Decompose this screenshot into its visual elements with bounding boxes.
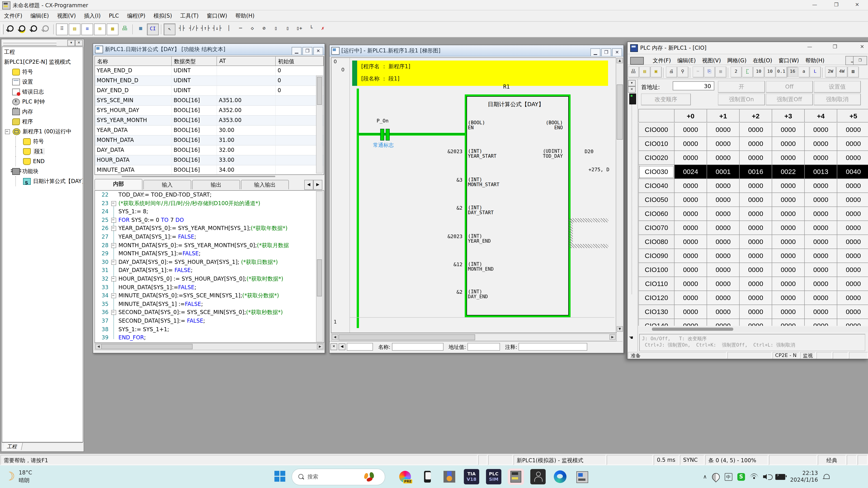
table-row[interactable]: MONTH_END_DUDINT0 — [95, 76, 324, 86]
memory-cell[interactable]: 0000 — [805, 235, 837, 249]
tree-item-符号[interactable]: 符号 — [2, 67, 83, 77]
memory-cell[interactable]: 0000 — [837, 319, 868, 326]
decimal-icon[interactable]: 10 — [753, 66, 764, 77]
memory-minimize-button[interactable]: — — [800, 42, 819, 52]
memory-cell[interactable]: 0000 — [772, 319, 805, 326]
memory-cell[interactable]: 0000 — [707, 277, 740, 291]
preview-icon[interactable]: ⚲ — [677, 66, 688, 77]
contact-p-on[interactable] — [380, 129, 384, 140]
fb-window-titlebar[interactable]: 新PLC1.日期计算公式【DAY】 [功能块 结构文本] ▁❐✕ — [93, 44, 324, 55]
ladder-close-button[interactable]: ✕ — [612, 48, 622, 57]
grid-row-CIO130[interactable]: CIO130000000000000000000000000 — [638, 305, 868, 319]
contact-falling-icon[interactable]: ┤↓├ — [212, 24, 222, 34]
battery-icon[interactable] — [775, 474, 785, 480]
memory-cell[interactable]: 0000 — [772, 207, 805, 221]
table-row[interactable]: HOUR_DATABOOL[16]33.00 — [95, 156, 324, 165]
tree-item-END[interactable]: END — [2, 156, 83, 166]
memory-doc-restore[interactable]: ❐ — [853, 56, 867, 65]
vertical-line-icon[interactable]: │ — [223, 24, 234, 34]
memory-cell[interactable]: 0000 — [675, 193, 707, 207]
code-line-22[interactable]: 22TOD_DAY:= TOD_END-TOD_START; — [95, 191, 324, 199]
volume-icon[interactable] — [763, 474, 770, 480]
comment-field[interactable] — [519, 343, 587, 351]
memory-cell[interactable]: 0000 — [707, 179, 740, 193]
memory-menu-帮助(H)[interactable]: 帮助(H) — [802, 56, 828, 66]
column-header-初始值[interactable]: 初始值 — [276, 57, 324, 66]
code-line-23[interactable]: 23(*获取系统时间年/月/日/时/分/秒存储到D100开始的通道*) — [95, 199, 324, 207]
fold-toggle[interactable] — [111, 310, 116, 315]
menu-视图(V)[interactable]: 视图(V) — [53, 10, 80, 22]
memory-cell[interactable]: 0000 — [772, 235, 805, 249]
contact-rising-icon[interactable]: ┤↑├ — [200, 24, 211, 34]
memory-cell[interactable]: 0000 — [772, 193, 805, 207]
memory-cell[interactable]: 0000 — [675, 263, 707, 277]
new-closed-coil-icon[interactable]: ⊘ — [258, 24, 270, 34]
new-closed-contact-icon[interactable]: ┤/├ — [188, 24, 199, 34]
code-line-33[interactable]: 33HOUR_DATA[SYS_1]:=FALSE; — [95, 283, 324, 291]
memory-cell[interactable]: 0000 — [707, 235, 740, 249]
memory-cell[interactable]: 0000 — [772, 137, 805, 151]
memory-titlebar[interactable]: PLC 内存 - 新PLC1 - [CIO] — ❐ ✕ — [627, 42, 868, 54]
menu-帮助(H)[interactable]: 帮助(H) — [231, 10, 258, 22]
fb-st-code-editor[interactable]: 22TOD_DAY:= TOD_END-TOD_START;23(*获取系统时间… — [94, 190, 324, 343]
on-button[interactable]: 开 — [718, 81, 765, 93]
memory-cell[interactable]: 0000 — [805, 277, 837, 291]
fold-toggle[interactable] — [111, 293, 116, 298]
panel-close-button[interactable]: ✕ — [628, 86, 636, 93]
tree-root[interactable]: 工程 — [2, 47, 83, 57]
field-prev-button[interactable]: ◀ — [339, 344, 345, 350]
fb-code-scrollbar[interactable] — [316, 191, 323, 342]
two-word-icon[interactable]: 2W — [825, 66, 836, 77]
wifi-icon[interactable] — [750, 474, 758, 480]
horizontal-line-icon[interactable]: ─ — [235, 24, 246, 34]
code-line-31[interactable]: 31DAY_DATA[SYS_1]:= FALSE; — [95, 266, 324, 275]
tree-item-PLC 时钟[interactable]: PLC 时钟 — [2, 97, 83, 107]
ime-indicator[interactable]: 中 — [725, 473, 733, 481]
symbol-table-icon[interactable]: ▤ — [69, 24, 81, 35]
memory-cell[interactable]: 0000 — [707, 137, 740, 151]
code-line-28[interactable]: 28MONTH_DATA[SYS_0]:= SYS_YEAR_MONTH[SYS… — [95, 241, 324, 250]
medal-icon[interactable] — [441, 468, 458, 485]
memory-cell[interactable]: 0000 — [772, 179, 805, 193]
drag-handle[interactable] — [3, 41, 57, 43]
memory-close-button[interactable]: ✕ — [852, 42, 868, 52]
four-word-icon[interactable]: 4W — [836, 66, 847, 77]
code-line-39[interactable]: 39END_FOR; — [95, 333, 324, 342]
instruction-box2-icon[interactable]: ▯ — [282, 24, 293, 34]
memory-cell[interactable]: 0000 — [837, 277, 868, 291]
memory-cell[interactable]: 0000 — [740, 277, 772, 291]
memory-cell[interactable]: 0000 — [805, 179, 837, 193]
memory-cell[interactable]: 0000 — [740, 235, 772, 249]
menu-工具(T)[interactable]: 工具(T) — [176, 10, 203, 22]
memory-cell[interactable]: 0000 — [772, 249, 805, 263]
memory-cell[interactable]: 0000 — [837, 263, 868, 277]
notification-bell-icon[interactable] — [823, 473, 830, 480]
address-reference-icon[interactable]: ≡ — [81, 24, 93, 35]
menu-插入(I)[interactable]: 插入(I) — [80, 10, 105, 22]
fb-horizontal-scrollbar[interactable]: ◀▶ — [94, 343, 324, 350]
memory-cell[interactable]: 0000 — [805, 151, 837, 165]
memory-cell[interactable]: 0000 — [772, 277, 805, 291]
menu-文件(F)[interactable]: 文件(F) — [0, 10, 26, 22]
ladder-restore-button[interactable]: ❐ — [601, 48, 611, 57]
tab-project[interactable]: 工程 — [3, 443, 23, 450]
memory-cell[interactable]: 0000 — [707, 207, 740, 221]
phone-link-icon[interactable] — [419, 468, 435, 485]
off-button[interactable]: Off — [766, 81, 813, 93]
memory-cell[interactable]: 0000 — [707, 263, 740, 277]
memory-cell[interactable]: 0000 — [675, 319, 707, 326]
cx-one-icon[interactable] — [574, 468, 590, 485]
contact-label[interactable]: P_On — [377, 118, 389, 124]
monitor-table-icon[interactable]: ▦ — [135, 24, 146, 34]
memory-cell[interactable]: 0000 — [675, 179, 707, 193]
float-icon[interactable]: 0.1 — [776, 66, 786, 77]
tab-scroll-right[interactable]: ▶ — [313, 180, 322, 190]
minimize-button[interactable]: — — [805, 0, 825, 9]
memory-cell[interactable]: 0000 — [837, 137, 868, 151]
save-icon[interactable]: ▣ — [651, 66, 661, 77]
field-close-button[interactable]: ✕ — [331, 344, 337, 350]
new-contact-icon[interactable]: ┤├ — [176, 24, 187, 34]
plcsim-icon[interactable]: PLCSIM — [486, 468, 502, 485]
tree-item-段1[interactable]: 段1 — [2, 147, 83, 156]
memory-cell[interactable]: 0000 — [805, 221, 837, 235]
